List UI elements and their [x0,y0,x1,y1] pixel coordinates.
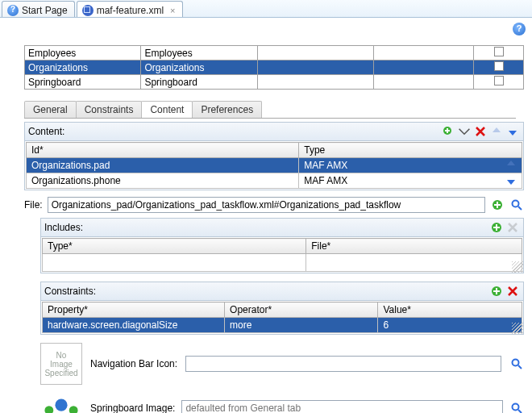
file-row: File: [24,197,524,213]
tab-constraints[interactable]: Constraints [76,101,143,118]
content-toolbar [441,124,520,139]
add-button[interactable] [490,198,505,212]
xml-file-icon [82,5,94,16]
help-icon [7,5,19,16]
file-input[interactable] [48,197,485,213]
svg-point-6 [55,399,67,411]
col-property[interactable]: Property* [43,302,225,318]
search-icon[interactable] [509,401,524,413]
content-panel: Content: Id*Type Organizations.padMAF AM… [24,122,524,190]
svg-point-2 [513,201,519,207]
feature-subtabs: General Constraints Content Preferences [24,101,516,119]
table-row[interactable] [43,254,522,272]
tab-content[interactable]: Content [141,101,193,118]
col-value[interactable]: Value* [378,302,522,318]
includes-panel: Includes: Type*File* [40,218,524,273]
search-icon[interactable] [509,198,524,212]
move-up-button[interactable] [489,124,504,139]
move-down-button[interactable] [505,124,520,139]
table-row[interactable]: EmployeesEmployees [25,46,524,60]
checkbox[interactable] [494,61,504,71]
svg-point-8 [69,406,78,413]
constraints-table[interactable]: Property*Operator*Value* hardware.screen… [42,302,522,333]
includes-table[interactable]: Type*File* [42,238,522,272]
col-file[interactable]: File* [306,239,522,254]
resize-grip-icon[interactable] [512,261,523,273]
file-label: File: [24,199,43,211]
svg-point-9 [513,404,519,411]
panel-title: Includes: [44,222,489,233]
move-up-button[interactable] [504,157,518,172]
springboard-input[interactable] [181,400,503,413]
search-icon[interactable] [509,357,524,371]
svg-point-5 [513,360,519,366]
content-table[interactable]: Id*Type Organizations.padMAF AMX Organiz… [26,142,522,189]
tab-label: maf-feature.xml [97,5,164,16]
table-row[interactable]: hardware.screen.diagonalSizemore6 [43,318,522,333]
add-button[interactable] [441,124,455,139]
add-button[interactable] [489,284,504,298]
tab-preferences[interactable]: Preferences [192,101,262,118]
people-icon [40,393,82,413]
springboard-row: Springboard Image: 144 x 144 [40,393,524,413]
help-icon[interactable]: ? [513,23,526,35]
delete-button[interactable] [505,284,520,298]
checkbox[interactable] [494,76,504,86]
nav-icon-preview: No Image Specified [40,343,82,385]
tab-maf-feature[interactable]: maf-feature.xml × [77,1,183,17]
table-row[interactable]: SpringboardSpringboard [25,75,524,90]
panel-title: Content: [28,126,441,137]
resize-grip-icon[interactable] [512,323,523,334]
chevron-down-icon[interactable] [457,124,472,139]
col-type[interactable]: Type* [43,239,306,254]
tab-label: Start Page [22,5,68,16]
features-table[interactable]: EmployeesEmployees OrganizationsOrganiza… [24,45,524,90]
nav-icon-row: No Image Specified Navigation Bar Icon: [40,343,524,385]
table-row[interactable]: Organizations.padMAF AMX [27,158,522,173]
col-id[interactable]: Id* [27,143,299,158]
tab-start-page[interactable]: Start Page [2,1,75,17]
delete-button[interactable] [473,124,488,139]
editor-tabbar: Start Page maf-feature.xml × [0,0,532,18]
nav-icon-input[interactable] [185,356,501,372]
add-button[interactable] [489,220,504,235]
panel-title: Constraints: [44,286,489,297]
springboard-label: Springboard Image: [90,403,175,413]
springboard-preview [40,393,82,413]
constraints-panel: Constraints: Property*Operator*Value* ha… [40,282,524,335]
nav-icon-label: Navigation Bar Icon: [90,358,177,369]
col-type[interactable]: Type [299,143,522,158]
table-row[interactable]: OrganizationsOrganizations [25,60,524,75]
tab-general[interactable]: General [24,101,77,118]
svg-point-7 [44,406,53,413]
checkbox[interactable] [494,47,504,56]
close-icon[interactable]: × [170,6,175,15]
move-down-button[interactable] [504,173,518,188]
delete-button[interactable] [505,220,520,235]
table-row[interactable]: Organizations.phoneMAF AMX [27,173,522,189]
col-operator[interactable]: Operator* [225,302,378,318]
